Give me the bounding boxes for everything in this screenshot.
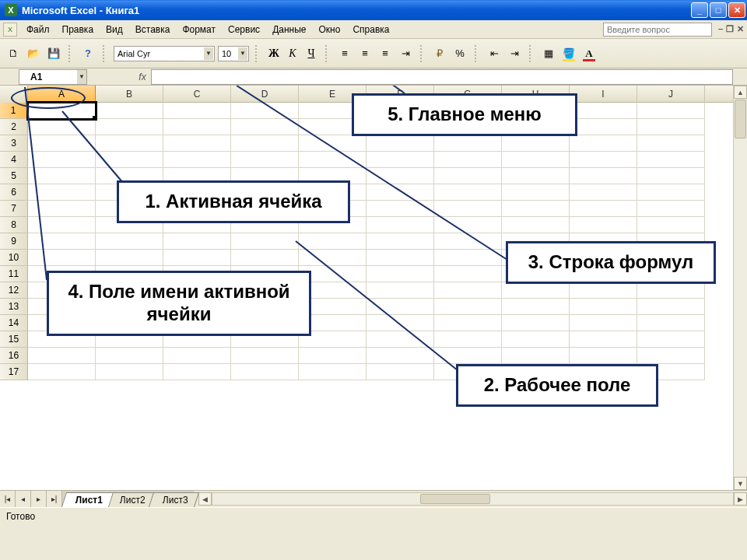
cell[interactable] bbox=[434, 315, 502, 331]
row-header[interactable]: 6 bbox=[0, 184, 28, 201]
menu-data[interactable]: Данные bbox=[266, 23, 312, 37]
cell[interactable] bbox=[502, 201, 570, 217]
cell[interactable] bbox=[502, 299, 570, 315]
select-all-corner[interactable] bbox=[0, 86, 28, 103]
cell[interactable] bbox=[28, 119, 96, 135]
cell[interactable] bbox=[163, 348, 231, 364]
minimize-button[interactable]: _ bbox=[691, 2, 708, 18]
cell[interactable] bbox=[570, 103, 637, 119]
doc-minimize-button[interactable]: – bbox=[718, 24, 723, 34]
sheet-tab-1[interactable]: Лист1 bbox=[61, 492, 114, 507]
row-header[interactable]: 15 bbox=[0, 331, 28, 348]
cell[interactable] bbox=[28, 168, 96, 184]
cell[interactable] bbox=[96, 250, 163, 266]
cell[interactable] bbox=[231, 119, 299, 135]
cell[interactable] bbox=[366, 184, 434, 201]
merge-center-icon[interactable]: ⇥ bbox=[397, 45, 414, 62]
cell[interactable] bbox=[366, 168, 434, 184]
cell[interactable] bbox=[96, 135, 163, 152]
font-name-selector[interactable]: Arial Cyr ▼ bbox=[114, 46, 215, 61]
cell[interactable] bbox=[570, 184, 637, 201]
cell[interactable] bbox=[570, 135, 637, 152]
formula-input[interactable] bbox=[151, 69, 733, 85]
doc-close-button[interactable]: ✕ bbox=[737, 24, 744, 34]
cell[interactable] bbox=[163, 103, 231, 119]
dropdown-arrow-icon[interactable]: ▼ bbox=[77, 70, 86, 84]
menu-view[interactable]: Вид bbox=[100, 23, 129, 37]
scroll-left-arrow-icon[interactable]: ◀ bbox=[198, 492, 212, 506]
cell[interactable] bbox=[28, 135, 96, 152]
cell[interactable] bbox=[502, 348, 570, 364]
cell[interactable] bbox=[28, 184, 96, 201]
menu-insert[interactable]: Вставка bbox=[129, 23, 177, 37]
vscroll-track[interactable] bbox=[734, 99, 747, 477]
cell[interactable] bbox=[163, 364, 231, 380]
help-icon[interactable]: ? bbox=[79, 45, 96, 62]
horizontal-scrollbar[interactable]: ◀ ▶ bbox=[198, 491, 747, 507]
currency-icon[interactable]: ₽ bbox=[431, 45, 448, 62]
scroll-down-arrow-icon[interactable]: ▼ bbox=[734, 477, 747, 490]
name-box[interactable]: A1 ▼ bbox=[19, 69, 87, 85]
cell[interactable] bbox=[163, 250, 231, 266]
cell[interactable] bbox=[570, 348, 637, 364]
cell[interactable] bbox=[28, 152, 96, 168]
cell[interactable] bbox=[434, 233, 502, 250]
cell[interactable] bbox=[570, 282, 637, 299]
font-size-selector[interactable]: 10 ▼ bbox=[218, 46, 249, 61]
cell[interactable] bbox=[570, 152, 637, 168]
menu-edit[interactable]: Правка bbox=[56, 23, 100, 37]
close-button[interactable]: ✕ bbox=[728, 2, 745, 18]
cell[interactable] bbox=[231, 364, 299, 380]
scroll-up-arrow-icon[interactable]: ▲ bbox=[734, 86, 747, 99]
row-header[interactable]: 9 bbox=[0, 233, 28, 250]
sheet-tab-3[interactable]: Лист3 bbox=[149, 492, 199, 507]
row-header[interactable]: 11 bbox=[0, 266, 28, 282]
borders-icon[interactable]: ▦ bbox=[540, 45, 557, 62]
cell[interactable] bbox=[570, 331, 637, 348]
row-header[interactable]: 12 bbox=[0, 282, 28, 299]
font-color-icon[interactable]: A bbox=[580, 45, 598, 62]
cell[interactable] bbox=[434, 348, 502, 364]
cell[interactable] bbox=[96, 152, 163, 168]
cell[interactable] bbox=[28, 217, 96, 233]
cell[interactable] bbox=[96, 119, 163, 135]
vscroll-thumb[interactable] bbox=[735, 100, 746, 138]
column-header[interactable]: A bbox=[28, 86, 96, 103]
cell[interactable] bbox=[434, 282, 502, 299]
cell[interactable] bbox=[366, 299, 434, 315]
align-left-icon[interactable]: ≡ bbox=[336, 45, 353, 62]
column-header[interactable]: B bbox=[96, 86, 163, 103]
cell[interactable] bbox=[231, 135, 299, 152]
cell[interactable] bbox=[637, 299, 705, 315]
cell[interactable] bbox=[570, 217, 637, 233]
cell[interactable] bbox=[299, 135, 366, 152]
row-header[interactable]: 1 bbox=[0, 103, 28, 119]
cell[interactable] bbox=[96, 364, 163, 380]
cell[interactable] bbox=[637, 348, 705, 364]
cell[interactable] bbox=[366, 315, 434, 331]
cell[interactable] bbox=[570, 299, 637, 315]
row-header[interactable]: 17 bbox=[0, 364, 28, 380]
decrease-indent-icon[interactable]: ⇤ bbox=[486, 45, 503, 62]
open-icon[interactable]: 📂 bbox=[25, 45, 42, 62]
dropdown-arrow-icon[interactable]: ▼ bbox=[238, 47, 247, 60]
cell[interactable] bbox=[366, 135, 434, 152]
cell[interactable] bbox=[637, 135, 705, 152]
cell[interactable] bbox=[502, 331, 570, 348]
cell[interactable] bbox=[163, 135, 231, 152]
cell[interactable] bbox=[637, 217, 705, 233]
cell[interactable] bbox=[637, 282, 705, 299]
cell[interactable] bbox=[96, 348, 163, 364]
cell[interactable] bbox=[637, 184, 705, 201]
cell[interactable] bbox=[637, 119, 705, 135]
cell[interactable] bbox=[366, 266, 434, 282]
save-icon[interactable]: 💾 bbox=[45, 45, 62, 62]
cell[interactable] bbox=[637, 168, 705, 184]
doc-restore-button[interactable]: ❐ bbox=[726, 24, 734, 34]
document-icon[interactable]: X bbox=[3, 23, 17, 37]
cell[interactable] bbox=[570, 315, 637, 331]
cell[interactable] bbox=[637, 315, 705, 331]
cell[interactable] bbox=[637, 152, 705, 168]
row-header[interactable]: 10 bbox=[0, 250, 28, 266]
help-question-input[interactable] bbox=[603, 23, 712, 37]
